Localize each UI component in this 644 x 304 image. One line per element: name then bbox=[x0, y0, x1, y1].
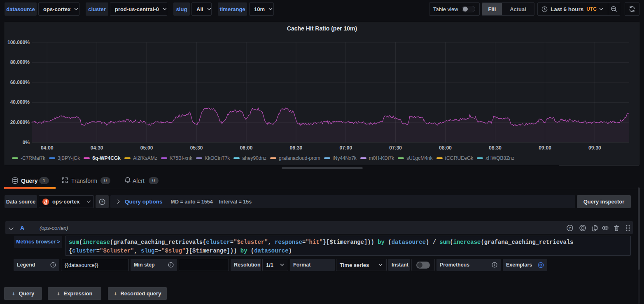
svg-text:06:30: 06:30 bbox=[290, 145, 303, 151]
svg-text:09:00: 09:00 bbox=[539, 145, 551, 151]
svg-text:04:00: 04:00 bbox=[41, 145, 54, 151]
svg-text:?: ? bbox=[569, 226, 571, 230]
svg-text:08:00: 08:00 bbox=[439, 145, 452, 151]
svg-text:07:00: 07:00 bbox=[339, 145, 352, 151]
svg-text:05:30: 05:30 bbox=[190, 145, 203, 151]
svg-text:80.000%: 80.000% bbox=[10, 59, 30, 65]
svg-text:04:30: 04:30 bbox=[91, 145, 103, 151]
svg-text:06:00: 06:00 bbox=[240, 145, 253, 151]
svg-text:09:30: 09:30 bbox=[588, 145, 601, 151]
svg-text:07:30: 07:30 bbox=[389, 145, 402, 151]
svg-text:100.000%: 100.000% bbox=[7, 40, 30, 45]
svg-text:08:30: 08:30 bbox=[489, 145, 502, 151]
svg-text:0%: 0% bbox=[23, 140, 30, 145]
svg-text:60.000%: 60.000% bbox=[10, 80, 30, 85]
svg-text:05:00: 05:00 bbox=[140, 145, 153, 151]
svg-text:20.000%: 20.000% bbox=[10, 119, 30, 125]
svg-text:40.000%: 40.000% bbox=[10, 99, 30, 105]
svg-text:?: ? bbox=[101, 200, 103, 204]
